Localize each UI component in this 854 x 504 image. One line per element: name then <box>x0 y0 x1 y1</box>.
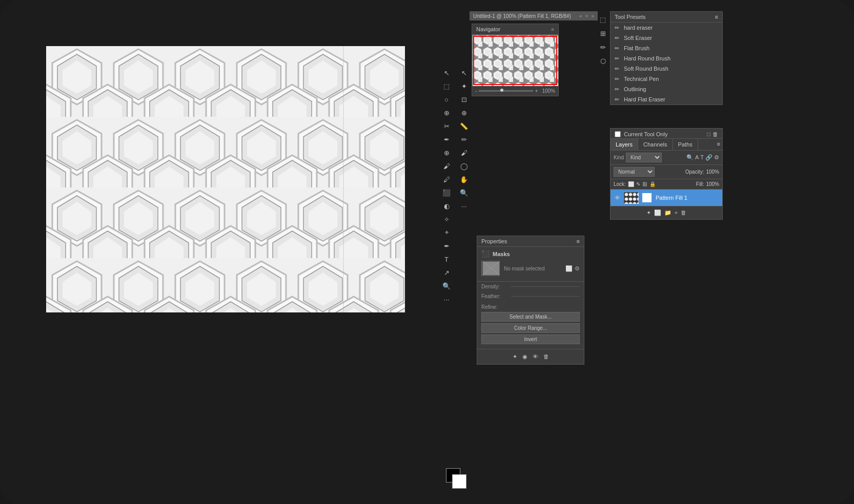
far-right-icon-3[interactable]: ✏ <box>597 41 609 53</box>
more-icon[interactable]: ··· <box>440 293 453 305</box>
layers-menu-icon[interactable]: ≡ <box>715 139 722 150</box>
lock-icon-4[interactable]: 🔒 <box>649 181 656 187</box>
type-icon[interactable]: T <box>440 253 453 265</box>
layer-name-0: Pattern Fill 1 <box>656 195 687 201</box>
current-tool-only-checkbox[interactable] <box>615 131 621 137</box>
color-range-btn[interactable]: Color Range... <box>481 323 580 333</box>
far-right-icon-1[interactable]: ⬚ <box>597 13 609 26</box>
add-vector-mask-icon[interactable]: ⚙ <box>575 265 580 272</box>
doc-close-btn[interactable]: × <box>585 13 588 19</box>
preset-item-flat-brush[interactable]: ✏ Flat Brush <box>611 43 722 53</box>
props-fx-icon[interactable]: ✦ <box>513 353 517 360</box>
nav-zoom-slider[interactable] <box>479 90 533 92</box>
background-color[interactable] <box>452 474 466 489</box>
filter-icon-type[interactable]: T <box>700 154 704 161</box>
preset-item-soft-round-brush[interactable]: ✏ Soft Round Brush <box>611 64 722 74</box>
ruler-icon[interactable]: 📏 <box>458 120 470 132</box>
eyedropper-icon[interactable]: ✒ <box>440 133 453 145</box>
lasso-tool-icon[interactable]: ○ <box>440 93 453 106</box>
lock-icon-2[interactable]: ✎ <box>636 181 640 187</box>
props-delete-icon[interactable]: 🗑 <box>543 353 549 360</box>
dodge-icon[interactable]: ⌖ <box>440 226 453 239</box>
tab-layers[interactable]: Layers <box>611 139 638 150</box>
eraser-icon[interactable]: ⬛ <box>440 186 453 199</box>
layers-mask-icon[interactable]: ⬜ <box>654 209 661 216</box>
preset-item-technical-pen[interactable]: ✏ Technical Pen <box>611 74 722 84</box>
path-selection-icon[interactable]: ↗ <box>440 266 453 279</box>
kind-label: Kind <box>614 155 624 160</box>
filter-icon-smart[interactable]: ⚙ <box>714 154 719 161</box>
sponge-icon[interactable]: ◯ <box>458 160 470 172</box>
tool-presets-menu-icon[interactable]: ≡ <box>715 14 718 20</box>
properties-panel: Properties ≡ ⬛ Masks No mask selected ⬜ … <box>477 236 584 365</box>
preset-item-outlining[interactable]: ✏ Outlining <box>611 84 722 94</box>
filter-icon-search[interactable]: 🔍 <box>686 154 694 161</box>
far-right-icon-2[interactable]: ⊞ <box>597 27 609 39</box>
fill-value[interactable]: 100% <box>706 181 719 187</box>
selection-tool-icon[interactable]: ⊕ <box>440 107 453 119</box>
density-slider[interactable] <box>511 286 580 287</box>
masks-label: Masks <box>493 251 510 257</box>
layers-group-icon[interactable]: 📁 <box>664 209 672 216</box>
layer-thumbnail <box>624 192 638 203</box>
opacity-value[interactable]: 100% <box>706 169 719 175</box>
filter-icon-adjust[interactable]: A <box>695 154 699 161</box>
nav-zoom-minus-icon[interactable]: - <box>475 88 477 94</box>
zoom-icon[interactable]: 🔍 <box>440 280 453 292</box>
blur-icon[interactable]: ✧ <box>440 213 453 225</box>
preset-delete-icon[interactable]: 🗑 <box>713 131 718 137</box>
layer-visibility-eye[interactable]: 👁 <box>614 194 621 201</box>
far-right-icon-4[interactable]: ⬡ <box>597 55 609 67</box>
tab-paths[interactable]: Paths <box>673 139 698 150</box>
properties-header: Properties ≡ <box>477 236 584 247</box>
move-tool-icon[interactable]: ↖ <box>440 67 453 79</box>
props-circle-icon[interactable]: ◉ <box>522 353 527 360</box>
select-and-mask-btn[interactable]: Select and Mask... <box>481 312 580 322</box>
feather-slider[interactable] <box>511 296 580 297</box>
slice-icon[interactable]: ⊡ <box>458 93 470 106</box>
marquee-tool-icon[interactable]: ⬚ <box>440 80 453 92</box>
preset-item-hard-eraser[interactable]: ✏ hard eraser <box>611 23 722 33</box>
brush-alt-icon[interactable]: 🖌 <box>458 146 470 159</box>
navigator-menu-icon[interactable]: ≡ <box>551 27 554 32</box>
invert-btn[interactable]: Invert <box>481 334 580 344</box>
refine-section: Refine: Select and Mask... Color Range..… <box>477 301 584 349</box>
pen-alt-icon[interactable]: ✏ <box>458 133 470 145</box>
properties-menu-icon[interactable]: ≡ <box>577 238 580 244</box>
stamp-tool-icon[interactable]: 🖊 <box>440 173 453 185</box>
props-eye-icon[interactable]: 👁 <box>533 353 538 360</box>
preset-new-icon[interactable]: □ <box>707 131 710 137</box>
patch-icon[interactable]: ⊕ <box>458 107 470 119</box>
preset-item-hard-round-brush[interactable]: ✏ Hard Round Brush <box>611 53 722 64</box>
wand-icon[interactable]: ✦ <box>458 80 470 92</box>
layers-delete-icon[interactable]: 🗑 <box>681 209 686 216</box>
layers-fx-icon[interactable]: ✦ <box>646 209 651 216</box>
pen-icon[interactable]: ✒ <box>440 240 453 252</box>
preset-item-hard-flat-eraser[interactable]: ✏ Hard Flat Eraser <box>611 94 722 104</box>
direct-selection-icon[interactable]: ↖ <box>458 67 470 79</box>
tab-channels[interactable]: Channels <box>638 139 673 150</box>
preset-icon-1: ✏ <box>615 35 619 41</box>
preset-icon-5: ✏ <box>615 76 619 82</box>
mask-preview <box>481 261 500 276</box>
brush-tool-icon[interactable]: 🖌 <box>440 160 453 172</box>
doc-nav-right[interactable]: » <box>591 13 594 19</box>
kind-select[interactable]: Kind <box>626 153 662 162</box>
layer-item-0[interactable]: 👁 Pattern Fill 1 <box>611 190 722 206</box>
lock-icon-1[interactable]: ⬜ <box>628 181 634 187</box>
zoom-alt-icon[interactable]: 🔍 <box>458 186 470 199</box>
layers-panel: Layers Channels Paths ≡ Kind Kind 🔍 A T … <box>610 138 723 220</box>
extra-icon[interactable]: ··· <box>458 200 470 212</box>
blend-mode-select[interactable]: Normal <box>614 167 655 177</box>
lock-icon-3[interactable]: ⛓ <box>642 181 647 187</box>
preset-item-soft-eraser[interactable]: ✏ Soft Eraser <box>611 33 722 43</box>
filter-icon-link[interactable]: 🔗 <box>705 154 713 161</box>
layers-new-icon[interactable]: + <box>675 209 678 216</box>
heal-brush-icon[interactable]: ⊕ <box>440 146 453 159</box>
hand-icon[interactable]: ✋ <box>458 173 470 185</box>
doc-nav-left[interactable]: « <box>579 13 582 19</box>
gradient-icon[interactable]: ◐ <box>440 200 453 212</box>
add-pixel-mask-icon[interactable]: ⬜ <box>565 265 573 272</box>
nav-zoom-plus-icon[interactable]: + <box>535 88 538 94</box>
crop-tool-icon[interactable]: ✂ <box>440 120 453 132</box>
